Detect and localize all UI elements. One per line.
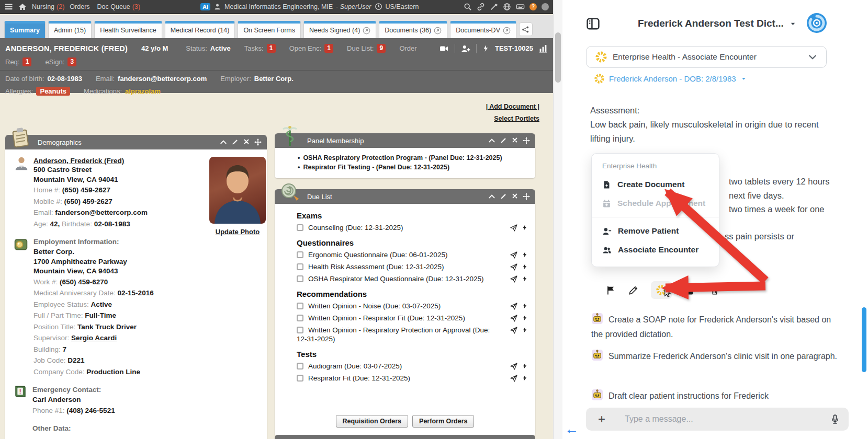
menu-item-remove-patient[interactable]: Remove Patient	[592, 222, 719, 240]
pencil-icon[interactable]	[628, 285, 638, 295]
enterprise-actions-button[interactable]	[651, 281, 672, 299]
checkbox[interactable]	[297, 363, 303, 369]
close-icon[interactable]	[512, 193, 518, 199]
supervisor-link[interactable]: Sergio Acardi	[71, 334, 117, 342]
tab-settings-button[interactable]	[519, 22, 533, 36]
suggestion-prompt[interactable]: Summarize Frederick Anderson's clinic vi…	[591, 349, 842, 364]
bolt-icon[interactable]	[522, 326, 528, 334]
link-icon[interactable]	[477, 3, 485, 11]
collapse-icon[interactable]	[488, 137, 495, 144]
send-icon[interactable]	[510, 275, 518, 283]
close-icon[interactable]	[512, 137, 518, 143]
scrollbar-thumb[interactable]	[555, 32, 561, 83]
external-link-icon[interactable]	[503, 27, 511, 34]
bolt-icon[interactable]	[522, 251, 528, 259]
collapse-icon[interactable]	[220, 138, 227, 146]
patient-context-row[interactable]: Frederick Anderson - DOB: 2/8/1983	[594, 73, 747, 84]
tab-medical-record[interactable]: Medical Record (14)	[165, 21, 235, 38]
collapse-panel-arrow[interactable]: ←	[565, 421, 579, 437]
collapse-icon[interactable]	[488, 193, 495, 200]
chevron-down-icon[interactable]	[807, 52, 818, 62]
select-portlets-link[interactable]: Select Portlets	[486, 113, 539, 125]
globe-icon[interactable]	[503, 3, 511, 11]
help-icon[interactable]: ?	[529, 3, 537, 10]
due-list-counter[interactable]: Due List:9	[347, 44, 386, 53]
menu-item-schedule-appointment[interactable]: Schedule Appointment	[592, 194, 719, 213]
checkbox[interactable]	[297, 263, 303, 270]
requisition-orders-button[interactable]: Requisition Orders	[336, 415, 409, 428]
message-input[interactable]	[625, 414, 826, 424]
checkbox[interactable]	[297, 327, 303, 333]
checkbox[interactable]	[297, 315, 303, 321]
perform-orders-button[interactable]: Perform Orders	[412, 415, 474, 428]
bolt-icon[interactable]	[522, 263, 528, 271]
move-icon[interactable]	[523, 137, 530, 144]
bolt-icon[interactable]	[522, 275, 528, 283]
update-photo-link[interactable]: Update Photo	[209, 228, 266, 236]
home-icon[interactable]	[18, 3, 27, 11]
send-icon[interactable]	[510, 224, 518, 232]
checkbox[interactable]	[297, 275, 303, 282]
suggestion-prompt[interactable]: Create a SOAP note for Frederick Anderso…	[591, 313, 842, 342]
caret-down-icon[interactable]	[740, 75, 747, 82]
edit-icon[interactable]	[500, 193, 507, 200]
send-icon[interactable]	[510, 263, 518, 271]
tab-summary[interactable]: Summary	[4, 21, 46, 38]
menu-item-create-document[interactable]: Create Document	[592, 175, 719, 194]
tab-on-screen-forms[interactable]: On Screen Forms	[238, 21, 301, 38]
external-link-icon[interactable]	[363, 27, 370, 34]
trash-icon[interactable]	[710, 285, 719, 295]
tab-health-surveillance[interactable]: Health Surveillance	[94, 21, 162, 38]
send-icon[interactable]	[510, 374, 518, 383]
due-list-header[interactable]: Due List	[275, 189, 535, 204]
mic-icon[interactable]	[830, 413, 840, 425]
thumbs-feedback-icon[interactable]	[684, 285, 697, 296]
bolt-icon[interactable]	[482, 44, 490, 53]
send-icon[interactable]	[510, 251, 518, 259]
bolt-icon[interactable]	[522, 224, 528, 232]
send-icon[interactable]	[510, 362, 518, 371]
esign-counter[interactable]: eSign:3	[45, 57, 76, 66]
keyboard-icon[interactable]	[516, 2, 525, 11]
checkbox[interactable]	[297, 303, 303, 309]
move-icon[interactable]	[523, 193, 530, 200]
menu-item-associate-encounter[interactable]: Associate Encounter	[592, 240, 719, 259]
patient-name-link[interactable]: Anderson, Frederick (Fred)	[33, 157, 124, 165]
nav-doc-queue[interactable]: Doc Queue(3)	[97, 3, 141, 10]
bolt-icon[interactable]	[522, 302, 528, 310]
flag-icon[interactable]	[606, 285, 616, 295]
panel-membership-header[interactable]: Panel Membership	[275, 133, 535, 148]
add-document-link[interactable]: | Add Document |	[486, 101, 539, 113]
nav-orders[interactable]: Orders	[70, 3, 92, 10]
hamburger-menu-icon[interactable]	[4, 2, 13, 11]
checkbox[interactable]	[297, 224, 303, 231]
tab-admin[interactable]: Admin (15)	[48, 21, 92, 38]
tab-documents[interactable]: Documents (36)	[379, 21, 447, 38]
send-icon[interactable]	[510, 314, 518, 322]
patient-context-link[interactable]: Frederick Anderson - DOB: 2/8/1983	[609, 74, 736, 83]
send-icon[interactable]	[510, 326, 518, 334]
send-icon[interactable]	[510, 302, 518, 310]
demographics-header[interactable]: Demographics	[5, 135, 267, 149]
checkbox[interactable]	[297, 251, 303, 258]
video-icon[interactable]	[438, 44, 449, 53]
external-link-icon[interactable]	[434, 27, 442, 34]
ai-badge[interactable]: AI	[200, 3, 210, 10]
open-enc-counter[interactable]: Open Enc:1	[289, 44, 333, 53]
nav-nursing[interactable]: Nursing(2)	[32, 3, 64, 10]
caret-down-icon[interactable]	[789, 20, 797, 28]
search-icon[interactable]	[464, 3, 472, 11]
req-counter[interactable]: Req:1	[5, 57, 31, 66]
suggestion-prompt[interactable]: Draft clear patient instructions for Fre…	[591, 389, 842, 403]
attach-button[interactable]: +	[594, 412, 609, 426]
medication-value[interactable]: alprazolam	[125, 87, 161, 95]
checkbox[interactable]	[297, 375, 303, 382]
bolt-icon[interactable]	[522, 362, 528, 370]
left-pane-scrollbar[interactable]	[553, 0, 562, 439]
chart-icon[interactable]	[538, 44, 548, 53]
context-select[interactable]: Enterprise Health - Associate Encounter	[586, 46, 827, 68]
avatar-circle[interactable]	[542, 3, 549, 10]
bolt-icon[interactable]	[522, 314, 528, 322]
tab-needs-signed[interactable]: Needs Signed (4)	[303, 21, 376, 38]
panel-toggle-icon[interactable]	[586, 17, 600, 31]
